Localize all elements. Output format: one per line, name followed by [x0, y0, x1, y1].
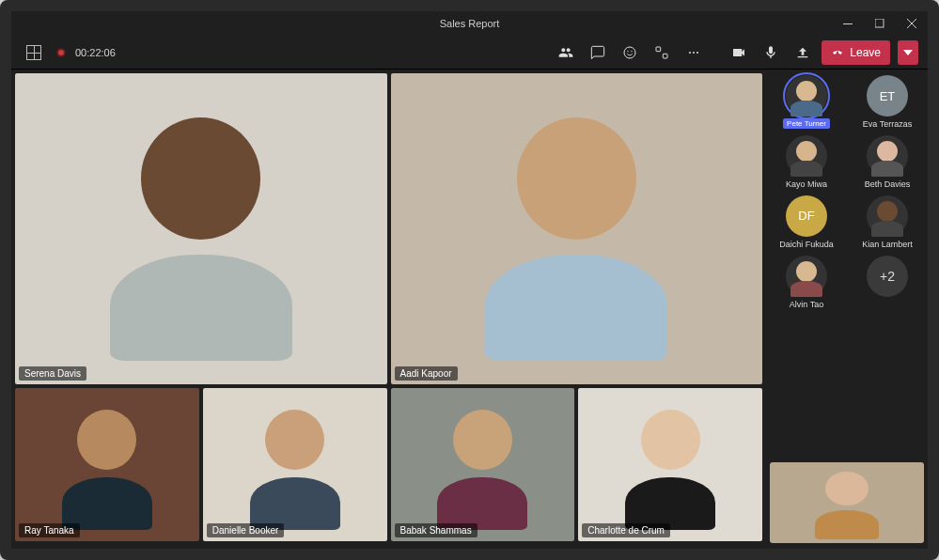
- mic-button[interactable]: [758, 39, 784, 66]
- sidebar-participant[interactable]: +2: [851, 256, 924, 310]
- sidebar-participant[interactable]: Alvin Tao: [770, 256, 843, 310]
- participant-name-tag: Babak Shammas: [395, 523, 477, 537]
- participant-name: Kian Lambert: [862, 241, 913, 250]
- leave-options-button[interactable]: [898, 40, 918, 65]
- people-button[interactable]: [553, 39, 579, 66]
- sidebar-participant[interactable]: Beth Davies: [851, 135, 924, 190]
- participant-name: Eva Terrazas: [863, 120, 912, 130]
- video-tile[interactable]: Charlotte de Crum: [578, 388, 762, 541]
- participant-video: [391, 388, 575, 541]
- window-controls: [832, 11, 928, 36]
- participant-video: [391, 73, 763, 384]
- video-grid: Serena Davis Aadi Kapoor Ray Tanaka Dani…: [11, 70, 766, 549]
- avatar: [786, 135, 827, 177]
- participant-video: [15, 73, 387, 384]
- svg-rect-6: [664, 54, 668, 58]
- svg-point-7: [689, 52, 691, 54]
- breakout-rooms-button[interactable]: [649, 39, 675, 66]
- sidebar-participant[interactable]: DFDaichi Fukuda: [770, 195, 843, 250]
- meeting-timer: 00:22:06: [75, 47, 116, 58]
- close-button[interactable]: [896, 11, 928, 36]
- sidebar-participant[interactable]: Kian Lambert: [851, 195, 924, 250]
- sidebar-participant[interactable]: ETEva Terrazas: [851, 75, 924, 130]
- participant-name-tag: Serena Davis: [19, 366, 86, 381]
- video-tile[interactable]: Aadi Kapoor: [391, 73, 763, 384]
- share-button[interactable]: [790, 39, 816, 66]
- self-view[interactable]: [770, 462, 924, 543]
- sidebar-participant[interactable]: Kayo Miwa: [770, 135, 843, 190]
- participant-name: Kayo Miwa: [786, 180, 827, 190]
- window-title: Sales Report: [440, 18, 500, 29]
- titlebar: Sales Report: [11, 11, 928, 36]
- leave-button[interactable]: Leave: [822, 40, 890, 65]
- meeting-toolbar: 00:22:06 Leave: [11, 36, 928, 70]
- participants-sidebar: Pete TurnerETEva TerrazasKayo MiwaBeth D…: [766, 70, 928, 549]
- phone-hangup-icon: [831, 46, 844, 59]
- chat-button[interactable]: [585, 39, 611, 66]
- leave-label: Leave: [850, 46, 881, 59]
- participant-name: Beth Davies: [865, 180, 911, 190]
- sidebar-participant[interactable]: Pete Turner: [770, 75, 843, 130]
- participant-video: [203, 388, 387, 541]
- overflow-participants-badge[interactable]: +2: [867, 256, 908, 297]
- video-tile[interactable]: Babak Shammas: [391, 388, 575, 541]
- svg-rect-0: [843, 23, 853, 24]
- grid-icon: [26, 45, 41, 60]
- video-tile[interactable]: Ray Tanaka: [15, 388, 199, 541]
- maximize-button[interactable]: [864, 11, 896, 36]
- avatar: [786, 256, 827, 297]
- avatar: ET: [867, 75, 908, 117]
- video-tile[interactable]: Danielle Booker: [203, 388, 387, 541]
- video-tile[interactable]: Serena Davis: [15, 73, 387, 384]
- layout-grid-button[interactable]: [21, 39, 47, 66]
- svg-point-2: [624, 47, 635, 58]
- avatar: [867, 195, 908, 237]
- participant-video: [578, 388, 762, 541]
- camera-button[interactable]: [726, 39, 752, 66]
- participant-name-tag: Danielle Booker: [207, 523, 285, 537]
- svg-point-8: [693, 52, 695, 54]
- avatar: DF: [786, 195, 827, 237]
- meeting-window: Sales Report 00:22:06 Leave: [0, 0, 939, 560]
- minimize-button[interactable]: [832, 11, 864, 36]
- participant-video: [15, 388, 199, 541]
- participant-name: Alvin Tao: [790, 301, 823, 310]
- participant-name-tag: Aadi Kapoor: [395, 366, 458, 381]
- participant-name-pill: Pete Turner: [783, 118, 830, 129]
- more-actions-button[interactable]: [681, 39, 707, 66]
- participant-name-tag: Charlotte de Crum: [582, 523, 670, 537]
- svg-point-9: [696, 52, 698, 54]
- svg-point-3: [628, 51, 629, 52]
- participant-name-tag: Ray Tanaka: [19, 523, 80, 537]
- avatar: [867, 135, 908, 177]
- svg-rect-5: [656, 47, 661, 52]
- participant-name: Daichi Fukuda: [779, 241, 834, 250]
- reactions-button[interactable]: [617, 39, 643, 66]
- svg-rect-1: [875, 19, 884, 27]
- svg-point-4: [632, 51, 633, 52]
- avatar: [786, 75, 827, 117]
- recording-icon: [56, 48, 66, 57]
